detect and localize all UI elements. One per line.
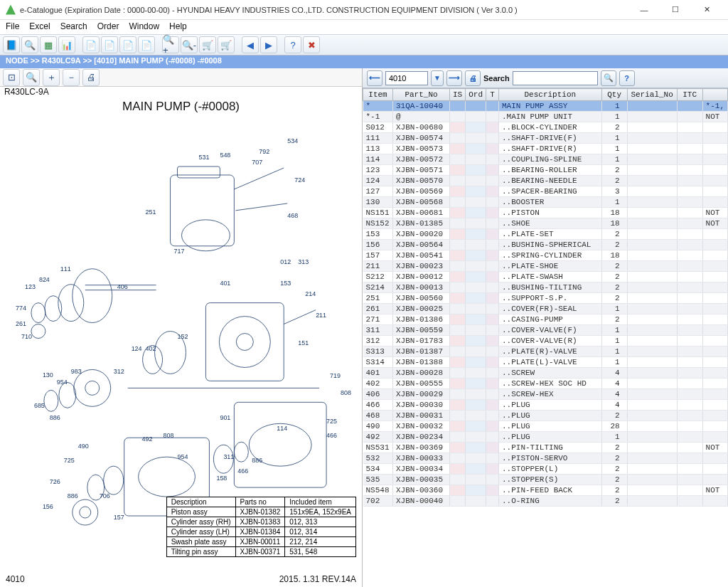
svg-text:402: 402 bbox=[146, 345, 156, 352]
figure-dropdown-button[interactable]: ▼ bbox=[431, 70, 444, 86]
table-row[interactable]: S314XJBN-01388..PLATE(L)-VALVE1 bbox=[363, 357, 728, 368]
prev-figure-button[interactable]: ⟵ bbox=[367, 70, 382, 86]
book-icon[interactable]: 📘 bbox=[3, 36, 20, 53]
maximize-button[interactable]: ☐ bbox=[660, 0, 691, 20]
table-row[interactable]: S313XJBN-01387..PLATE(R)-VALVE1 bbox=[363, 347, 728, 357]
table-row[interactable]: S212XJBN-00012..PLATE-SWASH2 bbox=[363, 272, 728, 282]
table-row[interactable]: 111XJBN-00574..SHAFT-DRIVE(F)1 bbox=[363, 133, 728, 144]
svg-text:954: 954 bbox=[178, 453, 188, 460]
table-row[interactable]: 113XJBN-00573..SHAFT-DRIVE(R)1 bbox=[363, 144, 728, 154]
table-row[interactable]: 114XJBN-00572..COUPLING-SPLINE1 bbox=[363, 154, 728, 165]
figure-input[interactable] bbox=[385, 71, 428, 85]
next-figure-button[interactable]: ⟶ bbox=[446, 70, 462, 86]
table-row[interactable]: 406XJBN-00029..SCREW-HEX4 bbox=[363, 389, 728, 400]
parts-table-container[interactable]: ItemPart_NoISOrdTDescriptionQtySerial_No… bbox=[363, 88, 728, 587]
svg-text:548: 548 bbox=[220, 152, 230, 159]
table-row[interactable]: 532XJBN-00033..PISTON-SERVO2 bbox=[363, 453, 728, 464]
table-row[interactable]: 211XJBN-00023..PLATE-SHOE2 bbox=[363, 261, 728, 272]
table-row[interactable]: 153XJBN-00020..PLATE-SET2 bbox=[363, 229, 728, 240]
forward-icon[interactable]: ▶ bbox=[260, 36, 277, 53]
table-row[interactable]: 534XJBN-00034..STOPPER(L)2 bbox=[363, 464, 728, 475]
zoom-region-icon[interactable]: 🔍 bbox=[23, 69, 40, 86]
table-row[interactable]: 402XJBN-00555..SCREW-HEX SOC HD4 bbox=[363, 379, 728, 389]
table-row[interactable]: *31QA-10040MAIN PUMP ASSY1*-1, bbox=[363, 101, 728, 112]
table-row[interactable]: 271XJBN-01386..CASING-PUMP2 bbox=[363, 314, 728, 325]
help-icon[interactable]: ? bbox=[284, 36, 301, 53]
menu-excel[interactable]: Excel bbox=[29, 21, 50, 33]
grid-icon[interactable]: ▦ bbox=[40, 36, 57, 53]
drawing-canvas[interactable]: 5345485317927077244682517171118241237742… bbox=[0, 117, 362, 574]
parts-help-icon[interactable]: ? bbox=[619, 70, 635, 86]
doc4-icon[interactable]: 📄 bbox=[138, 36, 155, 53]
table-row[interactable]: 702XJBN-00040..O-RING2 bbox=[363, 496, 728, 507]
svg-point-30 bbox=[80, 507, 91, 518]
svg-text:724: 724 bbox=[294, 176, 305, 184]
table-row[interactable]: 401XJBN-00028..SCREW4 bbox=[363, 368, 728, 379]
col-ITC[interactable]: ITC bbox=[677, 89, 702, 101]
table-row[interactable]: NS531XJBN-00369..PIN-TILTING2NOT bbox=[363, 443, 728, 453]
table-row[interactable]: NS152XJBN-01385..SHOE18NOT bbox=[363, 218, 728, 229]
col-Part_No[interactable]: Part_No bbox=[393, 89, 450, 101]
menu-search[interactable]: Search bbox=[60, 21, 87, 33]
zoom-out2-icon[interactable]: － bbox=[63, 69, 80, 86]
doc2-icon[interactable]: 📄 bbox=[101, 36, 118, 53]
table-row[interactable]: 156XJBN-00564..BUSHING-SPHERICAL2 bbox=[363, 240, 728, 250]
zoom-in-icon[interactable]: 🔍+ bbox=[162, 36, 179, 53]
menu-order[interactable]: Order bbox=[97, 21, 119, 33]
zoom-out-icon[interactable]: 🔍- bbox=[181, 36, 198, 53]
col-Ord[interactable]: Ord bbox=[466, 89, 486, 101]
col-Serial_No[interactable]: Serial_No bbox=[627, 89, 677, 101]
col-extra[interactable] bbox=[702, 89, 727, 101]
table-row[interactable]: 127XJBN-00569..SPACER-BEARING3 bbox=[363, 186, 728, 197]
parts-table: ItemPart_NoISOrdTDescriptionQtySerial_No… bbox=[363, 88, 728, 507]
table-row[interactable]: 261XJBN-00025..COVER(FR)-SEAL1 bbox=[363, 304, 728, 314]
col-Item[interactable]: Item bbox=[363, 89, 393, 101]
menu-window[interactable]: Window bbox=[129, 21, 159, 33]
table-row[interactable]: 124XJBN-00570..BEARING-NEEDLE2 bbox=[363, 176, 728, 186]
close-button[interactable]: ✕ bbox=[691, 0, 722, 20]
table-row[interactable]: 312XJBN-01783..COVER-VALVE(R)1 bbox=[363, 336, 728, 347]
menu-file[interactable]: File bbox=[6, 21, 19, 33]
excel-icon[interactable]: 📊 bbox=[58, 36, 75, 53]
parts-pane: ⟵ ▼ ⟶ 🖨 Search 🔍 ? ItemPart_NoISOrdTDesc… bbox=[363, 68, 728, 587]
table-row[interactable]: NS548XJBN-00360..PIN-FEED BACK2NOT bbox=[363, 485, 728, 496]
table-row[interactable]: S214XJBN-00013..BUSHING-TILTING2 bbox=[363, 282, 728, 293]
search-input[interactable] bbox=[513, 71, 598, 85]
back-icon[interactable]: ◀ bbox=[242, 36, 259, 53]
zoom-fit-icon[interactable]: ⊡ bbox=[3, 69, 20, 86]
table-row[interactable]: 468XJBN-00031..PLUG2 bbox=[363, 411, 728, 421]
table-row[interactable]: 492XJBN-00234..PLUG1 bbox=[363, 432, 728, 443]
table-row[interactable]: *-1@.MAIN PUMP UNIT1NOT bbox=[363, 112, 728, 122]
col-Qty[interactable]: Qty bbox=[601, 89, 627, 101]
doc3-icon[interactable]: 📄 bbox=[119, 36, 136, 53]
table-row[interactable]: 490XJBN-00032..PLUG28 bbox=[363, 421, 728, 432]
print-parts-icon[interactable]: 🖨 bbox=[465, 70, 481, 86]
col-Description[interactable]: Description bbox=[499, 89, 602, 101]
minimize-button[interactable]: — bbox=[628, 0, 660, 20]
menu-help[interactable]: Help bbox=[169, 21, 187, 33]
cart-add-icon[interactable]: 🛒 bbox=[199, 36, 216, 53]
table-row[interactable]: 311XJBN-00559..COVER-VALVE(F)1 bbox=[363, 325, 728, 336]
print-icon[interactable]: 🖨 bbox=[82, 69, 100, 86]
main-toolbar: 📘 🔍 ▦ 📊 📄 📄 📄 📄 🔍+ 🔍- 🛒 🛒 ◀ ▶ ? ✖ bbox=[0, 34, 728, 55]
svg-text:726: 726 bbox=[50, 478, 60, 485]
col-T[interactable]: T bbox=[486, 89, 499, 101]
doc1-icon[interactable]: 📄 bbox=[82, 36, 100, 53]
svg-text:725: 725 bbox=[326, 418, 337, 425]
menubar: File Excel Search Order Window Help bbox=[0, 20, 728, 34]
table-row[interactable]: S012XJBN-00680..BLOCK-CYLINDER2 bbox=[363, 122, 728, 133]
cart-icon[interactable]: 🛒 bbox=[218, 36, 235, 53]
table-row[interactable]: 157XJBN-00541..SPRING-CYLINDER18 bbox=[363, 250, 728, 261]
table-row[interactable]: 251XJBN-00560..SUPPORT-S.P.2 bbox=[363, 293, 728, 304]
col-IS[interactable]: IS bbox=[450, 89, 466, 101]
search-button[interactable]: 🔍 bbox=[601, 70, 616, 86]
exit-icon[interactable]: ✖ bbox=[303, 36, 320, 53]
table-row[interactable]: 466XJBN-00030..PLUG4 bbox=[363, 400, 728, 411]
table-row[interactable]: NS151XJBN-00681..PISTON18NOT bbox=[363, 208, 728, 218]
table-row[interactable]: 535XJBN-00035..STOPPER(S)2 bbox=[363, 475, 728, 485]
table-row[interactable]: 123XJBN-00571..BEARING-ROLLER2 bbox=[363, 165, 728, 176]
binoculars-icon[interactable]: 🔍 bbox=[21, 36, 38, 53]
zoom-in2-icon[interactable]: ＋ bbox=[43, 69, 60, 86]
svg-point-13 bbox=[219, 317, 270, 368]
table-row[interactable]: 130XJBN-00568..BOOSTER1 bbox=[363, 197, 728, 208]
